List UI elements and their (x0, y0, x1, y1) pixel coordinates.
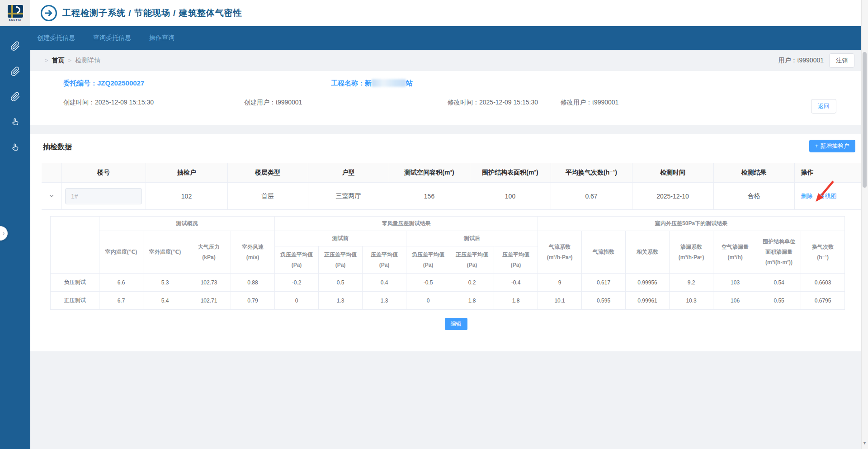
cell-avg-air-change: 0.67 (551, 183, 632, 210)
cell-volume: 156 (389, 183, 470, 210)
cell-result: 合格 (713, 183, 794, 210)
detail-row-negative-test: 负压测试 6.6 5.3 102.73 0.88 -0.2 0.5 0.4 -0… (51, 274, 845, 292)
main-nav: 创建委托信息 查询委托信息 操作查询 (30, 26, 868, 50)
building-no-input[interactable] (65, 188, 142, 204)
breadcrumb-separator: > (68, 57, 72, 64)
chevron-right-icon: › (3, 230, 5, 236)
top-header: 工程检测子系统 / 节能现场 / 建筑整体气密性 (30, 0, 868, 26)
sidebar-item-4[interactable] (0, 110, 30, 136)
col-leakage-coeff: 渗漏系数 (m³/h·Paⁿ) (670, 231, 713, 274)
cell: 1.3 (363, 292, 406, 310)
col-avg-air-change: 平均换气次数(h⁻¹) (551, 163, 632, 183)
add-sampling-household-button[interactable]: + 新增抽检户 (809, 140, 855, 152)
created-user: 创建用户：t9990001 (244, 99, 448, 107)
col-house-type: 户型 (308, 163, 389, 183)
cell: 5.3 (143, 274, 187, 292)
cell: 102.71 (187, 292, 231, 310)
col-neg-avg-before: 负压差平均值 (Pa) (275, 246, 319, 274)
breadcrumb-separator: > (45, 57, 48, 64)
cell: -0.4 (494, 274, 538, 292)
cell-surface-area: 100 (470, 183, 551, 210)
cell: 0.595 (582, 292, 626, 310)
nav-item-query-order[interactable]: 查询委托信息 (93, 34, 131, 42)
col-neg-avg-after: 负压差平均值 (Pa) (406, 246, 450, 274)
breadcrumb-current: 检测详情 (75, 57, 100, 65)
col-test-date: 检测时间 (632, 163, 713, 183)
col-surface-area: 围护结构表面积(m²) (470, 163, 551, 183)
scrollbar-down-button[interactable]: ▼ (861, 437, 868, 449)
col-actions: 操作 (794, 163, 862, 183)
sidebar-item-3[interactable] (0, 85, 30, 110)
scrollbar-thumb[interactable] (863, 52, 867, 188)
group-50pa-result: 室内外压差50Pa下的测试结果 (538, 217, 845, 231)
edit-button[interactable]: 编辑 (445, 318, 467, 330)
cell: 0.55 (757, 292, 801, 310)
col-atmos-pressure: 大气压力 (kPa) (187, 231, 231, 274)
row-label: 负压测试 (51, 274, 99, 292)
page: SCETIA › 工程检测子系统 / 节能现场 / 建筑 (0, 0, 868, 449)
cell: 0.99961 (626, 292, 670, 310)
col-avg-before: 压差平均值 (Pa) (363, 246, 406, 274)
detail-subgroup-header-row: 室内温度(℃) 室外温度(℃) 大气压力 (kPa) 室外风速 (m/s) 测试… (51, 231, 845, 246)
col-airflow-index: 气流指数 (582, 231, 626, 274)
breadcrumb-home[interactable]: 首页 (52, 57, 65, 65)
sidebar-item-5[interactable] (0, 136, 30, 161)
cell-household: 102 (146, 183, 227, 210)
col-household: 抽检户 (146, 163, 227, 183)
cell: 9 (538, 274, 582, 292)
sampling-data-card: 抽检数据 + 新增抽检户 楼号 抽检户 楼层类型 户型 测试空间容积(m³) 围… (30, 134, 868, 351)
cell: 0.2 (450, 274, 494, 292)
created-time: 创建时间：2025-12-09 15:15:30 (63, 99, 244, 107)
section-title: 抽检数据 (43, 142, 862, 152)
col-building: 楼号 (61, 163, 146, 183)
sidebar-item-2[interactable] (0, 60, 30, 85)
subgroup-after-test: 测试后 (406, 231, 538, 246)
sidebar-item-1[interactable] (0, 34, 30, 60)
project-name: 工程名称：新站 (331, 79, 413, 88)
hand-icon (10, 117, 20, 129)
cell: 0.6795 (801, 292, 845, 310)
sidebar-menu (0, 26, 30, 161)
cell: 1.3 (319, 292, 363, 310)
redacted-project-name (372, 79, 406, 87)
col-avg-after: 压差平均值 (Pa) (494, 246, 538, 274)
table-header-row: 楼号 抽检户 楼层类型 户型 测试空间容积(m³) 围护结构表面积(m²) 平均… (42, 163, 862, 183)
logout-button[interactable]: 注销 (829, 53, 854, 68)
app-logo: SCETIA (0, 0, 30, 26)
nav-item-create-order[interactable]: 创建委托信息 (37, 34, 75, 42)
link-icon (10, 92, 20, 104)
back-button[interactable]: 返回 (811, 99, 836, 113)
cell: 1.8 (494, 292, 538, 310)
cell: -0.5 (406, 274, 450, 292)
row-expand-toggle[interactable] (49, 193, 54, 199)
cell-house-type: 三室两厅 (308, 183, 389, 210)
col-outdoor-wind: 室外风速 (m/s) (231, 231, 275, 274)
delete-link[interactable]: 删除 (801, 193, 813, 199)
circle-arrow-icon (40, 4, 58, 22)
col-indoor-temp: 室内温度(℃) (99, 231, 143, 274)
cell: 0.99956 (626, 274, 670, 292)
cell: 102.73 (187, 274, 231, 292)
logo-text: SCETIA (9, 19, 21, 21)
cell: 10.1 (538, 292, 582, 310)
cell: 9.2 (670, 274, 713, 292)
cell: 103 (713, 274, 757, 292)
nav-item-operation-query[interactable]: 操作查询 (149, 34, 175, 42)
detail-row-positive-test: 正压测试 6.7 5.4 102.71 0.79 0 1.3 1.3 0 1.8… (51, 292, 845, 310)
cell: 0.79 (231, 292, 275, 310)
group-zero-flow-result: 零风量压差测试结果 (275, 217, 538, 231)
group-test-overview: 测试概况 (99, 217, 275, 231)
scetia-logo-icon (8, 5, 23, 18)
curve-chart-link[interactable]: 曲线图 (819, 193, 837, 199)
cell: 106 (713, 292, 757, 310)
cell: 0.617 (582, 274, 626, 292)
modified-user: 修改用户：t9990001 (561, 99, 618, 107)
cell: 6.7 (99, 292, 143, 310)
expand-column-header (42, 163, 61, 183)
scrollbar-track[interactable]: ▼ (861, 0, 868, 449)
order-info-card: 委托编号：JZQ202500027 工程名称：新站 创建时间：2025-12-0… (30, 71, 868, 125)
cell: 0.6603 (801, 274, 845, 292)
col-pos-avg-before: 正压差平均值 (Pa) (319, 246, 363, 274)
hand-icon (10, 142, 20, 154)
link-icon (10, 41, 20, 53)
